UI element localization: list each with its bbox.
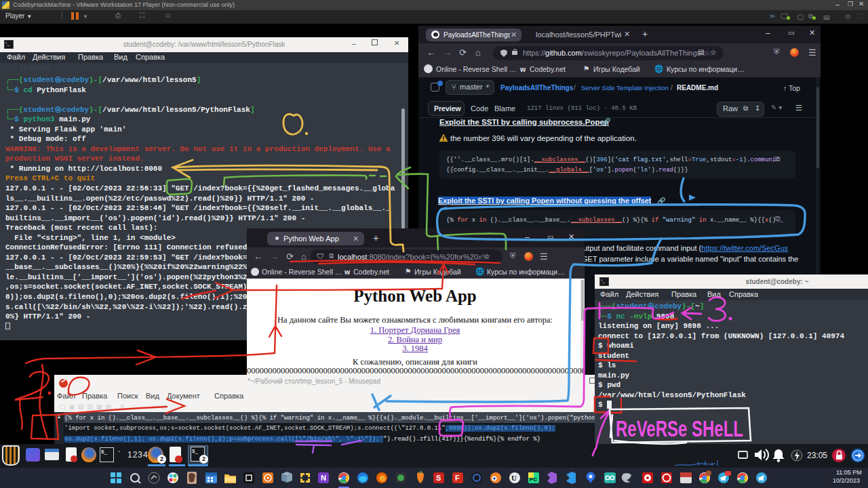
svg-text:11:05 PM: 11:05 PM xyxy=(836,469,862,476)
svg-text:10/2/2023: 10/2/2023 xyxy=(833,477,860,484)
svg-text:PC: PC xyxy=(530,476,537,483)
svg-text:U: U xyxy=(511,474,517,482)
svg-text:ReVeRSe SHeLL: ReVeRSe SHeLL xyxy=(616,415,743,441)
svg-text:F: F xyxy=(455,474,460,482)
svg-text:S: S xyxy=(436,474,441,482)
svg-text:N: N xyxy=(321,474,326,482)
